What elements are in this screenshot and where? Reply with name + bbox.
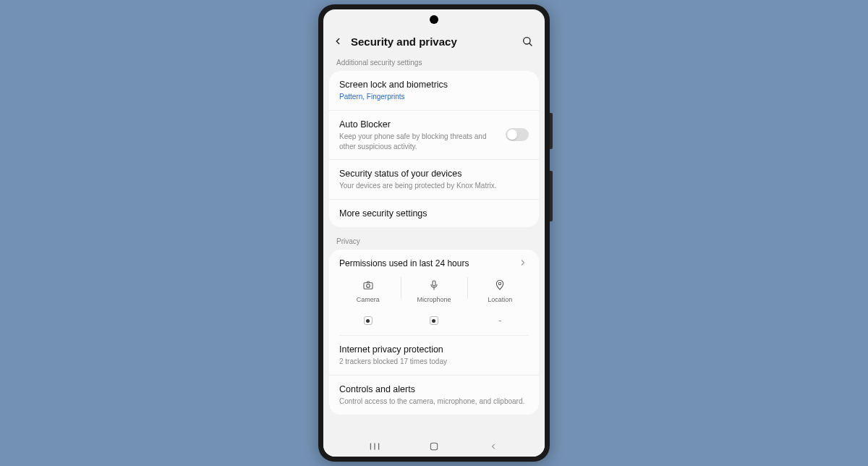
back-button[interactable] bbox=[485, 438, 502, 455]
home-button[interactable] bbox=[425, 438, 443, 455]
perm-camera[interactable]: Camera bbox=[335, 276, 401, 306]
row-title: More security settings bbox=[339, 208, 529, 219]
permissions-grid: Camera Microphone Location bbox=[329, 276, 539, 313]
row-more-security[interactable]: More security settings bbox=[329, 200, 539, 227]
security-card: Screen lock and biometrics Pattern, Fing… bbox=[329, 71, 539, 227]
microphone-icon bbox=[427, 279, 441, 292]
perm-label: Camera bbox=[357, 296, 380, 303]
row-sub: Pattern, Fingerprints bbox=[339, 92, 529, 102]
autoblocker-toggle[interactable] bbox=[506, 128, 529, 141]
row-sub: 2 trackers blocked 17 times today bbox=[339, 357, 529, 367]
row-title: Internet privacy protection bbox=[339, 344, 529, 355]
section-label-privacy: Privacy bbox=[329, 234, 539, 250]
svg-rect-2 bbox=[364, 283, 373, 289]
page-title: Security and privacy bbox=[351, 35, 514, 48]
screen: Security and privacy Additional security… bbox=[323, 9, 545, 457]
row-title: Auto Blocker bbox=[339, 119, 498, 130]
row-sub: Control access to the camera, microphone… bbox=[339, 397, 529, 407]
recents-button[interactable] bbox=[366, 438, 383, 455]
indicator-dot bbox=[364, 316, 373, 325]
permissions-title: Permissions used in last 24 hours bbox=[339, 258, 519, 268]
perm-indicator-camera bbox=[335, 315, 401, 326]
row-sub: Your devices are being protected by Knox… bbox=[339, 181, 529, 191]
indicator-none: - bbox=[498, 316, 501, 325]
svg-point-3 bbox=[366, 284, 370, 288]
camera-icon bbox=[362, 279, 375, 292]
indicator-dot bbox=[430, 316, 438, 325]
perm-location[interactable]: Location bbox=[467, 276, 533, 306]
perm-label: Microphone bbox=[417, 296, 451, 303]
privacy-card: Permissions used in last 24 hours Camera bbox=[329, 250, 539, 415]
svg-line-1 bbox=[529, 43, 532, 46]
row-sub: Keep your phone safe by blocking threats… bbox=[339, 132, 498, 151]
row-controls-alerts[interactable]: Controls and alerts Control access to th… bbox=[329, 376, 539, 415]
section-label-security: Additional security settings bbox=[329, 56, 539, 71]
permissions-indicators: - bbox=[329, 313, 539, 335]
content[interactable]: Additional security settings Screen lock… bbox=[323, 56, 545, 436]
row-security-status[interactable]: Security status of your devices Your dev… bbox=[329, 160, 539, 200]
row-title: Security status of your devices bbox=[339, 168, 529, 179]
row-permissions[interactable]: Permissions used in last 24 hours bbox=[329, 250, 539, 276]
row-internet-privacy[interactable]: Internet privacy protection 2 trackers b… bbox=[329, 336, 539, 376]
back-icon[interactable] bbox=[331, 34, 345, 48]
svg-point-6 bbox=[499, 282, 501, 284]
perm-label: Location bbox=[488, 296, 512, 303]
svg-rect-4 bbox=[433, 281, 435, 286]
row-title: Screen lock and biometrics bbox=[339, 79, 529, 90]
row-screen-lock[interactable]: Screen lock and biometrics Pattern, Fing… bbox=[329, 71, 539, 111]
header: Security and privacy bbox=[323, 28, 545, 56]
front-camera bbox=[430, 15, 438, 24]
location-icon bbox=[493, 279, 506, 292]
navigation-bar bbox=[323, 436, 545, 457]
row-auto-blocker[interactable]: Auto Blocker Keep your phone safe by blo… bbox=[329, 111, 539, 160]
svg-rect-10 bbox=[430, 443, 437, 449]
perm-indicator-mic bbox=[401, 315, 467, 326]
phone-frame: Security and privacy Additional security… bbox=[318, 4, 550, 462]
perm-indicator-location: - bbox=[467, 315, 533, 326]
search-icon[interactable] bbox=[520, 34, 535, 48]
perm-microphone[interactable]: Microphone bbox=[401, 276, 467, 306]
chevron-right-icon bbox=[519, 258, 529, 268]
row-title: Controls and alerts bbox=[339, 384, 529, 395]
